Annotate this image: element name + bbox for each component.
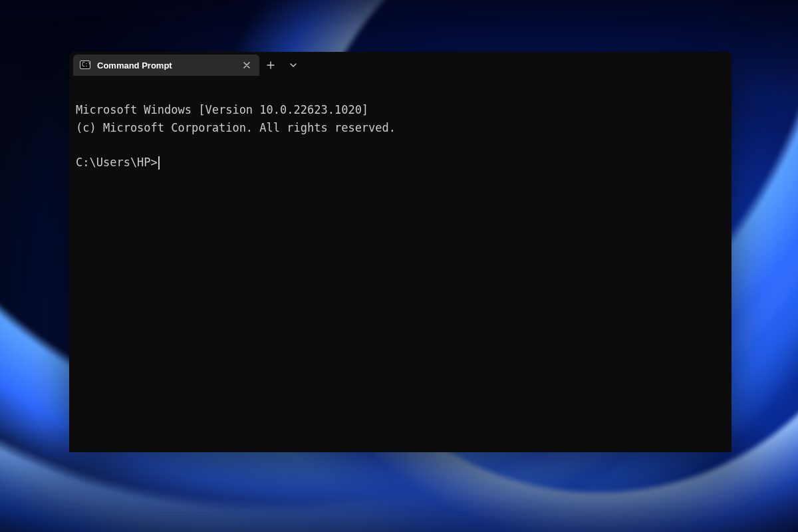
terminal-cursor xyxy=(158,156,160,170)
tab-title: Command Prompt xyxy=(97,61,234,70)
chevron-down-icon xyxy=(289,61,297,69)
tab-dropdown-button[interactable] xyxy=(282,55,305,76)
close-icon xyxy=(243,62,250,68)
terminal-window: C:\ Command Prompt Microsoft Windows [Ve… xyxy=(69,52,732,452)
terminal-prompt: C:\Users\HP> xyxy=(76,154,158,171)
tab-command-prompt[interactable]: C:\ Command Prompt xyxy=(73,55,259,76)
terminal-body[interactable]: Microsoft Windows [Version 10.0.22623.10… xyxy=(69,76,732,452)
tab-close-button[interactable] xyxy=(241,59,253,71)
plus-icon xyxy=(267,61,275,69)
command-prompt-icon: C:\ xyxy=(80,60,90,70)
new-tab-button[interactable] xyxy=(259,55,282,76)
titlebar[interactable]: C:\ Command Prompt xyxy=(69,52,732,76)
terminal-output-line: Microsoft Windows [Version 10.0.22623.10… xyxy=(76,103,368,116)
svg-text:C:\: C:\ xyxy=(82,62,90,68)
terminal-output-line: (c) Microsoft Corporation. All rights re… xyxy=(76,121,396,134)
